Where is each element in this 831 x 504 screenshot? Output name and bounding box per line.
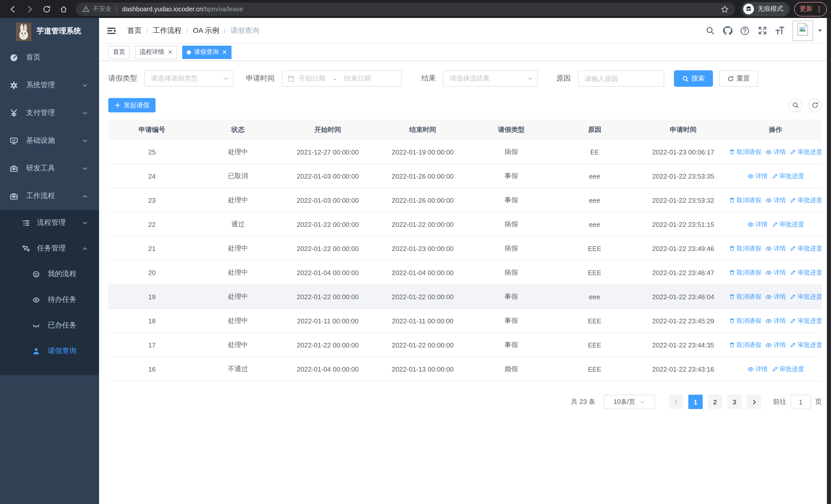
cell-start: 2022-01-22 00:00:00 [280,293,375,300]
detail-action-link[interactable]: 详情 [765,196,786,205]
sidebar-item-payment[interactable]: 支付管理 [0,99,99,127]
sidebar-item-my-process[interactable]: 我的流程 [0,261,99,287]
tab-leave-query[interactable]: 请假查询 [182,46,231,59]
progress-action-link[interactable]: 审批进度 [790,317,822,325]
detail-action-link[interactable]: 详情 [765,317,786,325]
cancel-action-link[interactable]: 取消请假 [729,196,761,205]
page-button-1[interactable]: 1 [688,395,703,409]
prev-page-button[interactable] [669,395,683,409]
sidebar-item-done-tasks[interactable]: 已办任务 [0,313,99,338]
leave-table: 申请编号状态开始时间结束时间请假类型原因申请时间操作 25处理中2021-12-… [108,120,822,381]
detail-action-link[interactable]: 详情 [765,340,786,349]
tab-process-detail[interactable]: 流程详情 [135,46,177,59]
detail-action-link[interactable]: 详情 [765,268,786,277]
cell-id: 16 [108,365,196,373]
back-icon[interactable] [6,2,20,16]
cancel-action-link[interactable]: 取消请假 [729,292,761,301]
github-icon[interactable] [721,24,734,37]
sidebar-item-workflow[interactable]: 工作流程 [0,182,99,210]
sidebar-item-label: 任务管理 [37,244,66,253]
cell-applied: 2022-01-22 23:53:35 [637,172,729,180]
page-scrollbar[interactable] [827,18,831,504]
page-button-2[interactable]: 2 [708,395,722,409]
cancel-action-link[interactable]: 取消请假 [729,340,761,349]
sidebar-item-infra[interactable]: 基础设施 [0,127,99,154]
kebab-menu-icon[interactable] [815,5,823,12]
detail-action-link[interactable]: 详情 [747,220,768,229]
security-warning-icon [82,5,90,13]
cell-start: 2022-01-03 00:00:00 [280,196,375,204]
chevron-down-icon [639,399,645,405]
home-icon[interactable] [57,2,70,16]
progress-action-label: 审批进度 [779,220,804,229]
detail-action-link[interactable]: 详情 [765,148,786,156]
progress-action-link[interactable]: 审批进度 [790,292,822,301]
cancel-action-link[interactable]: 取消请假 [729,244,761,253]
cell-reason: eee [552,293,637,300]
leave-type-select[interactable]: 请选择请假类型 [144,70,233,87]
cell-end: 2022-01-22 00:00:00 [375,220,470,228]
cancel-action-link[interactable]: 取消请假 [729,148,761,156]
goto-page-input[interactable] [791,395,811,409]
breadcrumb-item[interactable]: 首页 [127,26,142,35]
breadcrumb-item[interactable]: 工作流程 [153,26,182,35]
progress-action-link[interactable]: 审批进度 [790,268,822,277]
browser-update-button[interactable]: 更新 [794,2,827,16]
reload-icon[interactable] [40,2,53,16]
search-icon[interactable] [703,24,717,37]
cancel-action-link[interactable]: 取消请假 [729,268,761,277]
reset-button[interactable]: 重置 [719,70,758,87]
avatar[interactable] [793,20,813,41]
progress-action-link[interactable]: 审批进度 [772,220,804,229]
create-leave-button[interactable]: 发起请假 [108,98,155,112]
reason-input[interactable] [578,70,664,87]
cell-status: 处理中 [196,196,280,205]
toggle-search-button[interactable] [789,98,802,112]
sidebar-item-leave-query[interactable]: 请假查询 [0,338,99,364]
font-size-icon[interactable] [773,24,786,37]
cell-type: 事假 [470,340,552,350]
address-bar[interactable]: 不安全 dashboard.yudao.iocoder.cn/bpm/oa/le… [76,2,735,16]
progress-action-link[interactable]: 审批进度 [772,365,804,374]
search-button[interactable]: 搜索 [674,70,713,87]
progress-action-link[interactable]: 审批进度 [790,244,822,253]
table-row: 16不通过2022-01-04 00:00:002022-01-13 00:00… [108,357,822,381]
refresh-table-button[interactable] [808,98,822,112]
breadcrumb-item[interactable]: OA 示例 [193,26,220,35]
progress-action-link[interactable]: 审批进度 [772,172,804,180]
apply-time-range-picker[interactable]: 开始日期 - 结束日期 [282,70,402,87]
cancel-action-label: 取消请假 [737,196,761,205]
progress-action-link[interactable]: 审批进度 [790,148,822,156]
tab-home[interactable]: 首页 [108,46,130,59]
detail-action-link[interactable]: 详情 [765,292,786,301]
bookmark-star-icon[interactable] [721,5,729,13]
result-select[interactable]: 请选择流结果 [443,70,538,87]
sidebar-collapse-icon[interactable] [107,26,116,35]
detail-action-link[interactable]: 详情 [747,365,768,374]
cell-reason: EEE [552,341,637,349]
next-page-button[interactable] [747,395,761,409]
cancel-action-link[interactable]: 取消请假 [729,317,761,325]
sidebar-item-home[interactable]: 首页 [0,43,99,71]
cell-id: 23 [108,196,196,204]
sidebar-item-process-mgmt[interactable]: 流程管理 [0,210,99,236]
fullscreen-icon[interactable] [755,24,769,37]
close-icon[interactable] [222,50,227,54]
help-icon[interactable] [738,24,751,37]
caret-down-icon[interactable] [817,28,823,33]
detail-action-link[interactable]: 详情 [747,172,768,180]
cell-reason: eee [552,220,637,228]
cell-actions: 取消请假详情审批进度 [729,196,822,205]
progress-action-link[interactable]: 审批进度 [790,340,822,349]
incognito-icon [743,4,754,14]
page-size-select[interactable]: 10条/页 [604,395,655,409]
close-icon[interactable] [168,50,172,54]
page-button-3[interactable]: 3 [727,395,742,409]
progress-action-link[interactable]: 审批进度 [790,196,822,205]
forward-icon[interactable] [23,2,36,16]
sidebar-item-todo-tasks[interactable]: 待办任务 [0,287,99,313]
sidebar-item-task-mgmt[interactable]: 任务管理 [0,236,99,261]
sidebar-item-system[interactable]: 系统管理 [0,71,99,99]
detail-action-link[interactable]: 详情 [765,244,786,253]
sidebar-item-devtools[interactable]: 研发工具 [0,154,99,182]
